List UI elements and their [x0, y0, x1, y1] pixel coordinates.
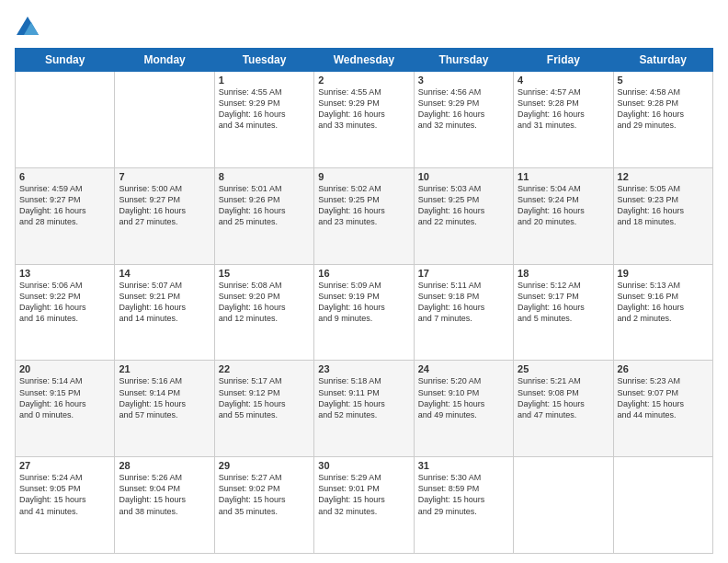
- day-info: Sunrise: 5:01 AM Sunset: 9:26 PM Dayligh…: [219, 183, 310, 228]
- calendar-header-row: SundayMondayTuesdayWednesdayThursdayFrid…: [16, 49, 713, 72]
- day-number: 23: [318, 363, 409, 374]
- calendar-day-cell: 25Sunrise: 5:21 AM Sunset: 9:08 PM Dayli…: [514, 361, 613, 457]
- day-of-week-header: Wednesday: [314, 49, 414, 72]
- day-number: 28: [119, 460, 210, 471]
- day-info: Sunrise: 5:11 AM Sunset: 9:18 PM Dayligh…: [418, 280, 509, 325]
- day-info: Sunrise: 4:59 AM Sunset: 9:27 PM Dayligh…: [19, 183, 110, 228]
- day-info: Sunrise: 4:56 AM Sunset: 9:29 PM Dayligh…: [418, 86, 509, 132]
- day-number: 13: [19, 268, 110, 279]
- day-number: 1: [219, 75, 310, 86]
- day-info: Sunrise: 5:07 AM Sunset: 9:21 PM Dayligh…: [119, 280, 210, 325]
- day-info: Sunrise: 5:17 AM Sunset: 9:12 PM Dayligh…: [219, 375, 310, 420]
- calendar-day-cell: 3Sunrise: 4:56 AM Sunset: 9:29 PM Daylig…: [414, 72, 513, 168]
- day-number: 17: [418, 268, 509, 279]
- day-number: 5: [618, 75, 709, 86]
- calendar-day-cell: 2Sunrise: 4:55 AM Sunset: 9:29 PM Daylig…: [314, 72, 414, 168]
- calendar-week-row: 13Sunrise: 5:06 AM Sunset: 9:22 PM Dayli…: [16, 264, 713, 361]
- calendar-day-cell: 31Sunrise: 5:30 AM Sunset: 8:59 PM Dayli…: [414, 457, 513, 554]
- calendar-day-cell: 16Sunrise: 5:09 AM Sunset: 9:19 PM Dayli…: [314, 264, 414, 361]
- calendar-day-cell: 4Sunrise: 4:57 AM Sunset: 9:28 PM Daylig…: [514, 72, 613, 168]
- day-of-week-header: Friday: [514, 49, 613, 72]
- calendar-day-cell: 29Sunrise: 5:27 AM Sunset: 9:02 PM Dayli…: [214, 457, 313, 554]
- calendar-day-cell: 8Sunrise: 5:01 AM Sunset: 9:26 PM Daylig…: [214, 167, 313, 264]
- day-info: Sunrise: 5:12 AM Sunset: 9:17 PM Dayligh…: [518, 280, 609, 325]
- day-number: 9: [318, 171, 409, 182]
- day-info: Sunrise: 5:26 AM Sunset: 9:04 PM Dayligh…: [119, 472, 210, 517]
- day-number: 27: [19, 460, 110, 471]
- day-info: Sunrise: 5:16 AM Sunset: 9:14 PM Dayligh…: [119, 375, 210, 420]
- day-number: 4: [518, 75, 609, 86]
- day-number: 26: [618, 363, 709, 374]
- calendar-day-cell: 24Sunrise: 5:20 AM Sunset: 9:10 PM Dayli…: [414, 361, 513, 457]
- day-info: Sunrise: 5:08 AM Sunset: 9:20 PM Dayligh…: [219, 280, 310, 325]
- day-info: Sunrise: 5:14 AM Sunset: 9:15 PM Dayligh…: [19, 375, 110, 420]
- calendar-day-cell: 22Sunrise: 5:17 AM Sunset: 9:12 PM Dayli…: [214, 361, 313, 457]
- day-info: Sunrise: 5:23 AM Sunset: 9:07 PM Dayligh…: [618, 375, 709, 420]
- day-info: Sunrise: 4:58 AM Sunset: 9:28 PM Dayligh…: [618, 86, 709, 132]
- day-info: Sunrise: 5:03 AM Sunset: 9:25 PM Dayligh…: [418, 183, 509, 228]
- calendar-day-cell: 7Sunrise: 5:00 AM Sunset: 9:27 PM Daylig…: [115, 167, 214, 264]
- day-info: Sunrise: 5:05 AM Sunset: 9:23 PM Dayligh…: [618, 183, 709, 228]
- page: SundayMondayTuesdayWednesdayThursdayFrid…: [0, 0, 728, 563]
- day-info: Sunrise: 5:18 AM Sunset: 9:11 PM Dayligh…: [318, 375, 409, 420]
- day-number: 24: [418, 363, 509, 374]
- calendar-day-cell: 15Sunrise: 5:08 AM Sunset: 9:20 PM Dayli…: [214, 264, 313, 361]
- day-number: 22: [219, 363, 310, 374]
- calendar-day-cell: 19Sunrise: 5:13 AM Sunset: 9:16 PM Dayli…: [613, 264, 712, 361]
- calendar-day-cell: 11Sunrise: 5:04 AM Sunset: 9:24 PM Dayli…: [514, 167, 613, 264]
- day-number: 3: [418, 75, 509, 86]
- logo-icon: [15, 15, 40, 40]
- day-info: Sunrise: 5:21 AM Sunset: 9:08 PM Dayligh…: [518, 375, 609, 420]
- day-of-week-header: Monday: [115, 49, 214, 72]
- day-info: Sunrise: 5:13 AM Sunset: 9:16 PM Dayligh…: [618, 280, 709, 325]
- calendar-day-cell: [514, 457, 613, 554]
- calendar-day-cell: [16, 72, 115, 168]
- calendar-day-cell: 30Sunrise: 5:29 AM Sunset: 9:01 PM Dayli…: [314, 457, 414, 554]
- calendar-day-cell: 9Sunrise: 5:02 AM Sunset: 9:25 PM Daylig…: [314, 167, 414, 264]
- calendar-day-cell: 1Sunrise: 4:55 AM Sunset: 9:29 PM Daylig…: [214, 72, 313, 168]
- calendar-day-cell: 12Sunrise: 5:05 AM Sunset: 9:23 PM Dayli…: [613, 167, 712, 264]
- day-number: 31: [418, 460, 509, 471]
- day-info: Sunrise: 5:09 AM Sunset: 9:19 PM Dayligh…: [318, 280, 409, 325]
- day-number: 2: [318, 75, 409, 86]
- calendar-week-row: 6Sunrise: 4:59 AM Sunset: 9:27 PM Daylig…: [16, 167, 713, 264]
- calendar-day-cell: 27Sunrise: 5:24 AM Sunset: 9:05 PM Dayli…: [16, 457, 115, 554]
- calendar-day-cell: 26Sunrise: 5:23 AM Sunset: 9:07 PM Dayli…: [613, 361, 712, 457]
- header: [15, 15, 713, 40]
- calendar-table: SundayMondayTuesdayWednesdayThursdayFrid…: [15, 48, 713, 554]
- calendar-week-row: 20Sunrise: 5:14 AM Sunset: 9:15 PM Dayli…: [16, 361, 713, 457]
- calendar-day-cell: 5Sunrise: 4:58 AM Sunset: 9:28 PM Daylig…: [613, 72, 712, 168]
- day-number: 7: [119, 171, 210, 182]
- calendar-day-cell: 28Sunrise: 5:26 AM Sunset: 9:04 PM Dayli…: [115, 457, 214, 554]
- calendar-day-cell: 21Sunrise: 5:16 AM Sunset: 9:14 PM Dayli…: [115, 361, 214, 457]
- day-number: 12: [618, 171, 709, 182]
- calendar-day-cell: 6Sunrise: 4:59 AM Sunset: 9:27 PM Daylig…: [16, 167, 115, 264]
- day-of-week-header: Saturday: [613, 49, 712, 72]
- day-info: Sunrise: 5:00 AM Sunset: 9:27 PM Dayligh…: [119, 183, 210, 228]
- day-info: Sunrise: 4:55 AM Sunset: 9:29 PM Dayligh…: [318, 86, 409, 132]
- day-number: 21: [119, 363, 210, 374]
- day-info: Sunrise: 5:29 AM Sunset: 9:01 PM Dayligh…: [318, 472, 409, 517]
- day-number: 18: [518, 268, 609, 279]
- day-number: 11: [518, 171, 609, 182]
- calendar-week-row: 1Sunrise: 4:55 AM Sunset: 9:29 PM Daylig…: [16, 72, 713, 168]
- day-number: 25: [518, 363, 609, 374]
- calendar-day-cell: 13Sunrise: 5:06 AM Sunset: 9:22 PM Dayli…: [16, 264, 115, 361]
- calendar-week-row: 27Sunrise: 5:24 AM Sunset: 9:05 PM Dayli…: [16, 457, 713, 554]
- day-info: Sunrise: 5:27 AM Sunset: 9:02 PM Dayligh…: [219, 472, 310, 517]
- day-of-week-header: Tuesday: [214, 49, 313, 72]
- day-of-week-header: Thursday: [414, 49, 513, 72]
- day-number: 6: [19, 171, 110, 182]
- day-number: 29: [219, 460, 310, 471]
- calendar-day-cell: 17Sunrise: 5:11 AM Sunset: 9:18 PM Dayli…: [414, 264, 513, 361]
- day-number: 8: [219, 171, 310, 182]
- calendar-day-cell: 10Sunrise: 5:03 AM Sunset: 9:25 PM Dayli…: [414, 167, 513, 264]
- day-number: 30: [318, 460, 409, 471]
- calendar-day-cell: 14Sunrise: 5:07 AM Sunset: 9:21 PM Dayli…: [115, 264, 214, 361]
- day-of-week-header: Sunday: [16, 49, 115, 72]
- calendar-day-cell: 18Sunrise: 5:12 AM Sunset: 9:17 PM Dayli…: [514, 264, 613, 361]
- calendar-day-cell: [613, 457, 712, 554]
- day-number: 19: [618, 268, 709, 279]
- day-number: 16: [318, 268, 409, 279]
- day-info: Sunrise: 5:02 AM Sunset: 9:25 PM Dayligh…: [318, 183, 409, 228]
